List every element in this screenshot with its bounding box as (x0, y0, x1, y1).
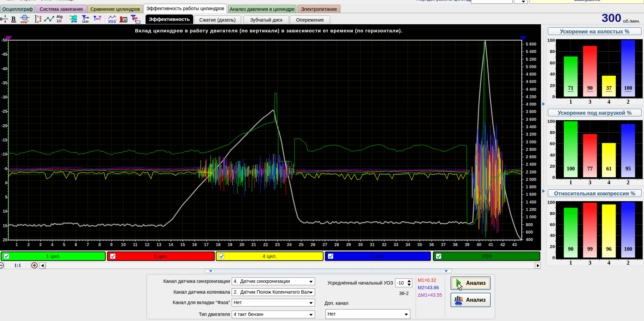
svg-text:9: 9 (110, 242, 113, 247)
svg-text:5 200: 5 200 (526, 57, 536, 62)
svg-text:90: 90 (568, 246, 573, 252)
svg-text:-25: -25 (1, 109, 7, 114)
svg-text:95: 95 (625, 166, 631, 171)
svg-text:-20: -20 (1, 124, 7, 128)
svg-text:100: 100 (547, 38, 555, 43)
svg-text:-10: -10 (1, 152, 7, 157)
svg-text:-50: -50 (1, 38, 7, 43)
svg-text:100: 100 (624, 246, 632, 252)
svg-text:2: 2 (627, 179, 630, 186)
svg-text:1/2: 1/2 (56, 19, 62, 23)
svg-text:41: 41 (488, 242, 493, 247)
svg-text:22: 22 (263, 242, 268, 247)
svg-text:5: 5 (63, 242, 65, 247)
svg-text:6: 6 (75, 242, 77, 247)
svg-text:26: 26 (311, 242, 315, 247)
svg-text:40: 40 (476, 242, 481, 247)
svg-text:4 000: 4 000 (526, 102, 536, 107)
svg-text:4: 4 (608, 99, 611, 105)
svg-text:20: 20 (239, 242, 244, 247)
svg-text:B: B (11, 16, 16, 22)
svg-text:37: 37 (606, 85, 612, 91)
svg-text:2: 2 (627, 99, 630, 105)
svg-text:4: 4 (608, 179, 611, 186)
svg-text:4 800: 4 800 (526, 72, 536, 77)
svg-text:19: 19 (228, 242, 232, 247)
svg-text:43: 43 (512, 242, 517, 247)
svg-text:3 000: 3 000 (526, 140, 536, 144)
svg-text:37: 37 (441, 242, 446, 247)
svg-text:29: 29 (346, 242, 351, 247)
svg-text:14: 14 (169, 242, 173, 247)
svg-text:1234: 1234 (82, 20, 88, 23)
svg-text:31: 31 (370, 242, 375, 247)
svg-text:38: 38 (453, 242, 458, 247)
svg-text:400: 400 (526, 237, 533, 242)
svg-text:4 600: 4 600 (526, 79, 536, 84)
svg-text:10: 10 (124, 18, 127, 22)
svg-text:21: 21 (251, 242, 256, 247)
svg-text:0: 0 (37, 21, 39, 24)
svg-text:11: 11 (133, 242, 137, 247)
svg-text:2: 2 (27, 242, 30, 247)
svg-text:1: 1 (37, 15, 39, 18)
svg-text:0: 0 (0, 17, 2, 22)
svg-text:20: 20 (3, 238, 7, 242)
svg-text:1: 1 (16, 242, 18, 247)
svg-text:28: 28 (334, 242, 339, 247)
svg-text:10: 10 (121, 242, 126, 247)
svg-text:2 600: 2 600 (526, 155, 536, 159)
svg-text:5 000: 5 000 (526, 64, 536, 69)
svg-text:10: 10 (3, 209, 7, 214)
svg-text:33: 33 (394, 242, 398, 247)
svg-text:1: 1 (569, 179, 572, 186)
svg-text:-5: -5 (4, 166, 7, 171)
svg-text:90: 90 (587, 85, 593, 91)
svg-text:15: 15 (3, 223, 7, 228)
svg-text:15: 15 (180, 242, 185, 247)
svg-text:100: 100 (624, 85, 632, 91)
svg-text:5 600: 5 600 (526, 42, 536, 47)
svg-text:1 800: 1 800 (526, 185, 536, 189)
svg-text:80: 80 (550, 130, 555, 135)
svg-text:1: 1 (569, 260, 572, 266)
svg-text:71: 71 (568, 85, 573, 91)
svg-text:600: 600 (526, 230, 533, 235)
svg-text:96: 96 (606, 246, 612, 252)
svg-text:-45: -45 (1, 52, 7, 57)
svg-text:3: 3 (589, 260, 592, 266)
svg-text:5: 5 (5, 195, 7, 199)
svg-text:3: 3 (39, 242, 42, 247)
svg-text:61: 61 (606, 166, 612, 171)
svg-text:3: 3 (589, 99, 592, 105)
svg-text:2 800: 2 800 (526, 147, 536, 152)
svg-text:3: 3 (589, 179, 592, 186)
svg-text:2 400: 2 400 (526, 162, 536, 167)
svg-text:RPM: RPM (39, 16, 42, 22)
svg-text:34: 34 (406, 242, 410, 247)
svg-text:23: 23 (275, 242, 280, 247)
svg-text:800: 800 (526, 222, 533, 227)
svg-text:8: 8 (99, 242, 101, 247)
svg-text:18: 18 (216, 242, 221, 247)
svg-text:100: 100 (567, 166, 575, 171)
svg-text:12: 12 (145, 242, 149, 247)
svg-text:-30: -30 (1, 95, 7, 100)
svg-text:УОЗ°: УОЗ° (108, 19, 117, 24)
svg-text:99: 99 (587, 246, 593, 252)
svg-text:42: 42 (500, 242, 505, 247)
svg-text:4 400: 4 400 (526, 87, 536, 92)
svg-text:3 400: 3 400 (526, 125, 536, 129)
svg-text:32: 32 (382, 242, 386, 247)
svg-text:77: 77 (587, 166, 593, 171)
svg-text:Вклад цилиндров в работу двига: Вклад цилиндров в работу двигателя (по в… (135, 28, 403, 33)
svg-text:16: 16 (192, 242, 197, 247)
svg-text:2: 2 (627, 260, 630, 266)
svg-text:1 200: 1 200 (526, 207, 536, 212)
svg-text:100: 100 (547, 200, 555, 205)
svg-text:3 200: 3 200 (526, 132, 536, 137)
svg-text:17: 17 (204, 242, 209, 247)
svg-text:2 000: 2 000 (526, 177, 536, 182)
svg-text:36: 36 (429, 242, 434, 247)
svg-text:0: 0 (5, 181, 7, 185)
